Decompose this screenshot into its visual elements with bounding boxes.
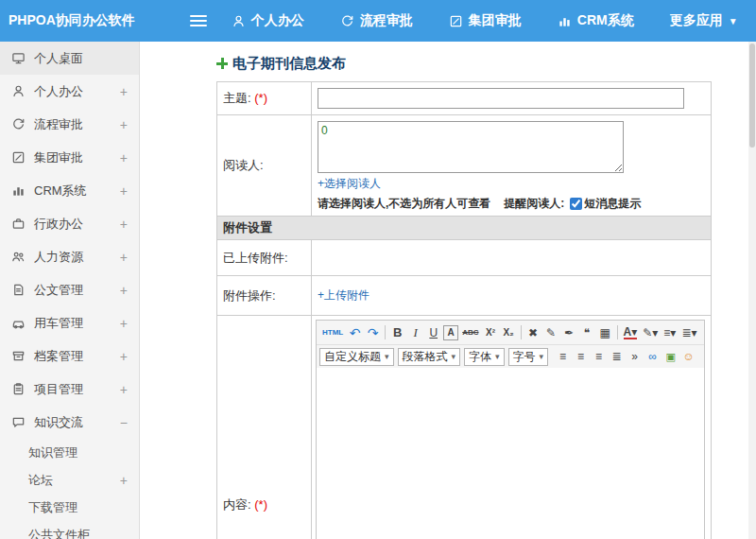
- align-left-button[interactable]: ≡: [555, 347, 571, 366]
- redo-button[interactable]: ↷: [365, 323, 381, 342]
- expand-toggle-icon[interactable]: +: [120, 316, 128, 331]
- edit-icon: [11, 150, 26, 165]
- expand-toggle-icon[interactable]: +: [120, 349, 128, 364]
- sidebar-item-label: 个人桌面: [34, 50, 128, 67]
- sms-notify-label: 短消息提示: [584, 196, 641, 212]
- bold-button[interactable]: B: [389, 323, 405, 342]
- sidebar-item-administration[interactable]: 行政办公 +: [0, 207, 139, 240]
- rich-text-editor: HTML↶↷BIUAABCX²X₂✖✎✒❝▦A▾✎▾≡▾≣▾ 自定义标题▾ 段落…: [316, 320, 705, 539]
- sidebar-item-forum[interactable]: 论坛 +: [0, 466, 139, 494]
- briefcase-icon: [11, 217, 26, 231]
- align-center-button[interactable]: ≡: [573, 347, 589, 366]
- insert-table-button[interactable]: ▦: [597, 323, 613, 342]
- undo-button[interactable]: ↶: [347, 323, 363, 342]
- sidebar-item-group-approval[interactable]: 集团审批 +: [0, 141, 139, 174]
- expand-toggle-icon[interactable]: +: [120, 117, 128, 132]
- nav-crm-system[interactable]: CRM系统: [558, 12, 640, 29]
- numbered-list-button[interactable]: ≣▾: [679, 323, 698, 342]
- paragraph-format-select[interactable]: 段落格式▾: [398, 348, 461, 366]
- sidebar-item-workflow-approval[interactable]: 流程审批 +: [0, 108, 139, 141]
- sidebar-item-label: 公文管理: [34, 282, 120, 299]
- font-style-button[interactable]: A: [443, 325, 458, 340]
- nav-workflow-approval[interactable]: 流程审批: [340, 12, 419, 29]
- highlight-color-button[interactable]: ✎▾: [641, 323, 660, 342]
- expand-toggle-icon[interactable]: +: [120, 150, 128, 165]
- sidebar-item-human-resources[interactable]: 人力资源 +: [0, 240, 139, 273]
- sidebar-item-label: 人力资源: [34, 249, 120, 266]
- remove-format-button[interactable]: ✖: [525, 323, 541, 342]
- sms-notify-checkbox[interactable]: [570, 198, 582, 210]
- link-button[interactable]: ∞: [644, 347, 661, 366]
- sidebar-item-personal-office[interactable]: 个人办公 +: [0, 75, 139, 108]
- bullet-list-button[interactable]: ≡▾: [662, 323, 678, 342]
- sidebar-item-personal-desktop[interactable]: 个人桌面: [0, 42, 139, 75]
- archive-icon: [11, 349, 26, 363]
- expand-toggle-icon[interactable]: +: [120, 84, 128, 99]
- font-family-select[interactable]: 字体▾: [464, 348, 505, 366]
- sidebar-item-knowledge-exchange[interactable]: 知识交流 −: [0, 406, 139, 439]
- superscript-button[interactable]: X²: [483, 323, 499, 342]
- readers-textarea[interactable]: 0: [318, 121, 624, 173]
- indent-button[interactable]: »: [627, 347, 643, 366]
- sidebar-item-download-management[interactable]: 下载管理: [0, 494, 139, 521]
- font-size-select[interactable]: 字号▾: [508, 348, 549, 366]
- subscript-button[interactable]: X₂: [501, 323, 517, 342]
- sidebar-item-archive-management[interactable]: 档案管理 +: [0, 339, 139, 373]
- sidebar-item-public-file-cabinet[interactable]: 公共文件柜: [0, 521, 139, 539]
- sidebar-item-label: CRM系统: [34, 183, 120, 200]
- chart-icon: [11, 183, 26, 198]
- editor-toolbar-row1: HTML↶↷BIUAABCX²X₂✖✎✒❝▦A▾✎▾≡▾≣▾: [317, 321, 704, 344]
- subject-input[interactable]: [318, 88, 684, 109]
- expand-toggle-icon[interactable]: +: [120, 473, 128, 488]
- nav-personal-office[interactable]: 个人办公: [232, 12, 310, 29]
- expand-toggle-icon[interactable]: +: [120, 250, 128, 265]
- expand-toggle-icon[interactable]: +: [120, 283, 128, 298]
- top-nav: 个人办公 流程审批 集团审批 CRM系统 更多应用 ▼: [232, 12, 756, 29]
- remind-readers-label: 提醒阅读人:: [504, 196, 564, 212]
- align-justify-button[interactable]: ≣: [609, 347, 625, 366]
- nav-group-approval[interactable]: 集团审批: [449, 12, 527, 29]
- font-color-button[interactable]: A▾: [622, 323, 640, 342]
- toolbar-separator: [521, 325, 522, 339]
- expand-toggle-icon[interactable]: −: [120, 415, 128, 430]
- expand-toggle-icon[interactable]: +: [120, 382, 128, 397]
- chevron-down-icon: ▾: [385, 352, 389, 361]
- scrollbar-thumb[interactable]: [749, 43, 755, 148]
- expand-toggle-icon[interactable]: +: [120, 217, 128, 232]
- expand-toggle-icon[interactable]: +: [120, 183, 128, 199]
- format-painter-button[interactable]: ✎: [543, 323, 559, 342]
- html-source-button[interactable]: HTML: [320, 323, 345, 342]
- flow-icon: [11, 117, 26, 131]
- sidebar-item-document-management[interactable]: 公文管理 +: [0, 273, 139, 306]
- sidebar-item-vehicle-management[interactable]: 用车管理 +: [0, 306, 139, 339]
- doc-icon: [11, 283, 26, 297]
- paint-button[interactable]: ✒: [561, 323, 577, 342]
- upload-attachment-link[interactable]: +上传附件: [318, 288, 369, 302]
- editor-content-area[interactable]: [317, 368, 704, 539]
- chevron-down-icon: ▾: [540, 352, 544, 361]
- align-right-button[interactable]: ≡: [591, 347, 607, 366]
- sidebar-item-crm-system[interactable]: CRM系统 +: [0, 174, 139, 207]
- underline-button[interactable]: U: [425, 323, 441, 342]
- choose-readers-link[interactable]: +选择阅读人: [318, 177, 381, 190]
- italic-button[interactable]: I: [407, 323, 423, 342]
- editor-toolbar-row2: 自定义标题▾ 段落格式▾ 字体▾ 字号▾ ≡≡≡≣»∞▣☺: [317, 344, 704, 368]
- hamburger-menu-icon[interactable]: [190, 12, 207, 29]
- sidebar-item-label: 个人办公: [34, 83, 120, 100]
- blockquote-button[interactable]: ❝: [579, 323, 595, 342]
- insert-image-button[interactable]: ▣: [662, 347, 679, 366]
- publish-form: 主题: (*) 阅读人: 0 +选择阅读人 请选择阅读人,不选为所有人可查看 提…: [216, 81, 712, 539]
- top-bar: PHPOA协同办公软件 个人办公 流程审批 集团审批 CRM系统: [0, 0, 756, 42]
- heading-select[interactable]: 自定义标题▾: [319, 348, 394, 366]
- readers-hint-text: 请选择阅读人,不选为所有人可查看: [318, 196, 490, 212]
- sidebar-item-project-management[interactable]: 项目管理 +: [0, 373, 139, 406]
- toolbar-separator: [617, 325, 618, 339]
- emoticon-button[interactable]: ☺: [680, 347, 696, 366]
- sidebar-item-label: 行政办公: [34, 216, 120, 233]
- chevron-down-icon: ▾: [452, 352, 456, 361]
- sidebar-item-knowledge-management[interactable]: 知识管理: [0, 439, 139, 466]
- flow-icon: [340, 14, 354, 28]
- nav-more-apps[interactable]: 更多应用 ▼: [670, 12, 738, 29]
- strikethrough-button[interactable]: ABC: [460, 323, 480, 342]
- chevron-down-icon: ▼: [729, 16, 738, 26]
